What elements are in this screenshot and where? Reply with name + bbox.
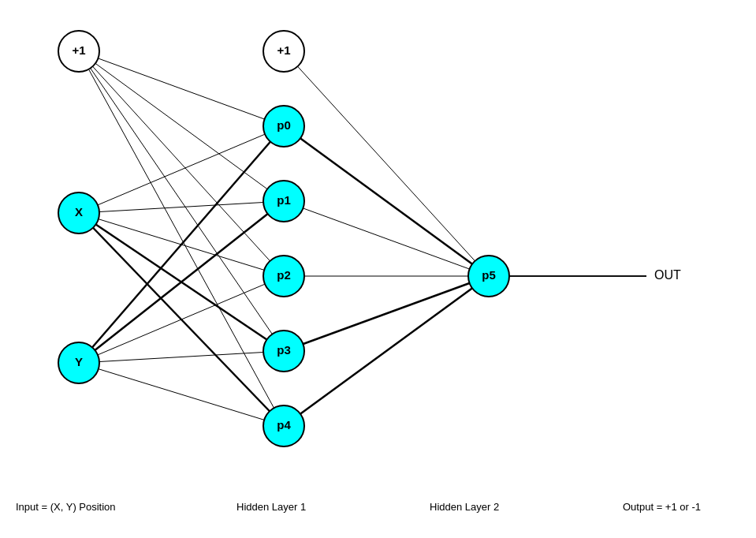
footer-hidden1-label: Hidden Layer 1 xyxy=(236,501,306,513)
footer-input-label: Input = (X, Y) Position xyxy=(16,501,116,513)
footer-output-label: Output = +1 or -1 xyxy=(623,501,701,513)
footer-hidden2-label: Hidden Layer 2 xyxy=(430,501,499,513)
